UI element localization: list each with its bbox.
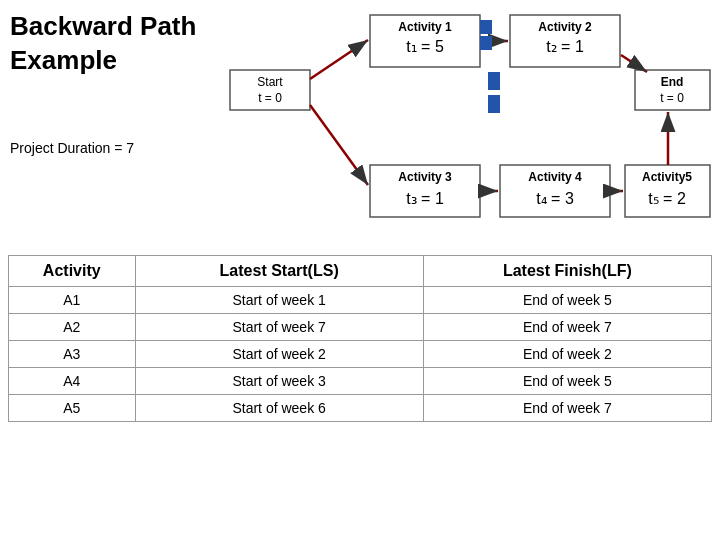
svg-rect-16 xyxy=(488,72,500,90)
svg-line-9 xyxy=(310,40,368,79)
end-label: End xyxy=(661,75,684,89)
col-header-ls: Latest Start(LS) xyxy=(135,256,423,287)
act5-sub: t₅ = 2 xyxy=(648,190,686,207)
cell-r0-c1: Start of week 1 xyxy=(135,287,423,314)
table-row: A4Start of week 3End of week 5 xyxy=(9,368,712,395)
svg-line-12 xyxy=(310,105,368,185)
cell-r2-c2: End of week 2 xyxy=(423,341,711,368)
data-table: Activity Latest Start(LS) Latest Finish(… xyxy=(8,255,712,422)
table-area: Activity Latest Start(LS) Latest Finish(… xyxy=(0,255,720,422)
act2-label: Activity 2 xyxy=(538,20,592,34)
act3-sub: t₃ = 1 xyxy=(406,190,444,207)
col-header-activity: Activity xyxy=(9,256,136,287)
svg-rect-17 xyxy=(488,95,500,113)
table-row: A3Start of week 2End of week 2 xyxy=(9,341,712,368)
act5-label: Activity5 xyxy=(642,170,692,184)
cell-r2-c1: Start of week 2 xyxy=(135,341,423,368)
cell-r0-c0: A1 xyxy=(9,287,136,314)
start-sub: t = 0 xyxy=(258,91,282,105)
table-row: A1Start of week 1End of week 5 xyxy=(9,287,712,314)
act3-label: Activity 3 xyxy=(398,170,452,184)
cell-r3-c0: A4 xyxy=(9,368,136,395)
main-container: Backward Path Example Project Duration =… xyxy=(0,0,720,540)
end-sub: t = 0 xyxy=(660,91,684,105)
start-label: Start xyxy=(257,75,283,89)
cell-r0-c2: End of week 5 xyxy=(423,287,711,314)
svg-rect-19 xyxy=(480,36,492,50)
col-header-lf: Latest Finish(LF) xyxy=(423,256,711,287)
cell-r4-c0: A5 xyxy=(9,395,136,422)
table-row: A5Start of week 6End of week 7 xyxy=(9,395,712,422)
cell-r4-c1: Start of week 6 xyxy=(135,395,423,422)
cell-r4-c2: End of week 7 xyxy=(423,395,711,422)
act2-sub: t₂ = 1 xyxy=(546,38,584,55)
cell-r3-c1: Start of week 3 xyxy=(135,368,423,395)
act4-sub: t₄ = 3 xyxy=(536,190,574,207)
cell-r2-c0: A3 xyxy=(9,341,136,368)
cell-r1-c1: Start of week 7 xyxy=(135,314,423,341)
diagram: Start t = 0 Activity 1 t₁ = 5 Activity 2… xyxy=(0,0,720,250)
cell-r1-c2: End of week 7 xyxy=(423,314,711,341)
act1-sub: t₁ = 5 xyxy=(406,38,444,55)
act4-label: Activity 4 xyxy=(528,170,582,184)
act1-label: Activity 1 xyxy=(398,20,452,34)
cell-r3-c2: End of week 5 xyxy=(423,368,711,395)
cell-r1-c0: A2 xyxy=(9,314,136,341)
table-row: A2Start of week 7End of week 7 xyxy=(9,314,712,341)
svg-line-11 xyxy=(621,55,647,72)
svg-rect-18 xyxy=(480,20,492,34)
